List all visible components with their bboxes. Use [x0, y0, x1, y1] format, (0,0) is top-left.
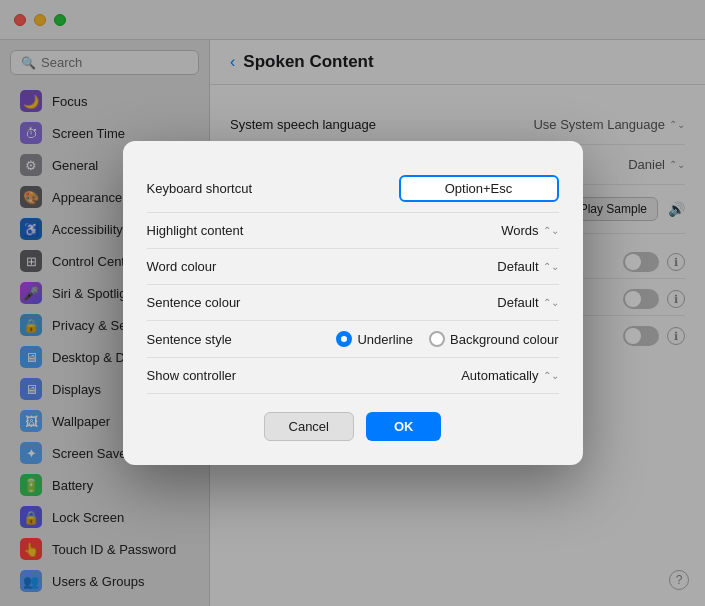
cancel-button[interactable]: Cancel: [264, 412, 354, 441]
highlight-stepper-icon: ⌃⌄: [543, 225, 559, 236]
word-colour-select[interactable]: Default ⌃⌄: [497, 259, 558, 274]
modal-buttons: Cancel OK: [147, 412, 559, 441]
show-controller-label: Show controller: [147, 368, 237, 383]
radio-label-background: Background colour: [450, 332, 558, 347]
modal-dialog: Keyboard shortcut Highlight content Word…: [123, 141, 583, 465]
modal-row-keyboard-shortcut: Keyboard shortcut: [147, 165, 559, 213]
word-colour-stepper-icon: ⌃⌄: [543, 261, 559, 272]
word-colour-label: Word colour: [147, 259, 217, 274]
radio-circle-underline: [336, 331, 352, 347]
modal-row-sentence-style: Sentence style Underline Background colo…: [147, 321, 559, 358]
modal-row-show-controller: Show controller Automatically ⌃⌄: [147, 358, 559, 394]
highlight-content-label: Highlight content: [147, 223, 244, 238]
modal-row-sentence-colour: Sentence colour Default ⌃⌄: [147, 285, 559, 321]
modal-row-word-colour: Word colour Default ⌃⌄: [147, 249, 559, 285]
radio-circle-background: [429, 331, 445, 347]
modal-overlay: Keyboard shortcut Highlight content Word…: [0, 0, 705, 606]
sentence-colour-select[interactable]: Default ⌃⌄: [497, 295, 558, 310]
sentence-colour-label: Sentence colour: [147, 295, 241, 310]
sentence-style-label: Sentence style: [147, 332, 232, 347]
show-controller-stepper-icon: ⌃⌄: [543, 370, 559, 381]
keyboard-shortcut-input[interactable]: [399, 175, 559, 202]
modal-row-highlight-content: Highlight content Words ⌃⌄: [147, 213, 559, 249]
sentence-style-radio-group: Underline Background colour: [336, 331, 558, 347]
ok-button[interactable]: OK: [366, 412, 442, 441]
radio-inner-underline: [341, 336, 347, 342]
radio-option-background[interactable]: Background colour: [429, 331, 558, 347]
radio-option-underline[interactable]: Underline: [336, 331, 413, 347]
highlight-content-select[interactable]: Words ⌃⌄: [501, 223, 558, 238]
show-controller-select[interactable]: Automatically ⌃⌄: [461, 368, 558, 383]
keyboard-shortcut-label: Keyboard shortcut: [147, 181, 253, 196]
sentence-colour-stepper-icon: ⌃⌄: [543, 297, 559, 308]
radio-label-underline: Underline: [357, 332, 413, 347]
